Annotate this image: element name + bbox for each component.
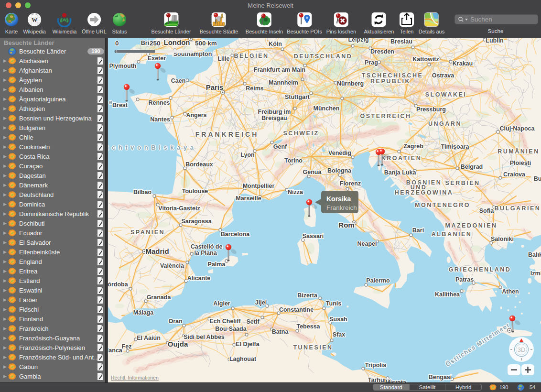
- svg-text:500 km: 500 km: [195, 40, 217, 47]
- svg-text:Algier: Algier: [213, 300, 230, 307]
- svg-text:München: München: [314, 105, 340, 112]
- svg-text:Tripolis: Tripolis: [365, 362, 387, 369]
- svg-text:Susah: Susah: [329, 316, 347, 323]
- svg-text:Genf: Genf: [273, 143, 287, 150]
- svg-text:Patras: Patras: [455, 276, 474, 283]
- svg-text:Exeter: Exeter: [148, 55, 166, 62]
- svg-text:250: 250: [150, 40, 161, 47]
- svg-text:Sidi bel Abbes: Sidi bel Abbes: [184, 334, 225, 340]
- svg-text:Lille: Lille: [217, 55, 229, 62]
- svg-text:Ech Cheliff: Ech Cheliff: [209, 318, 241, 325]
- svg-text:Nürnberg: Nürnberg: [337, 80, 364, 87]
- svg-text:DEUTSCHLAND: DEUTSCHLAND: [294, 53, 353, 60]
- svg-text:MAZEDONIEN: MAZEDONIEN: [445, 222, 497, 229]
- svg-text:Montpellier: Montpellier: [243, 183, 275, 189]
- svg-text:Frankreich: Frankreich: [326, 204, 357, 211]
- svg-text:Rom: Rom: [338, 221, 354, 229]
- svg-text:W: W: [32, 17, 37, 23]
- svg-text:Caen: Caen: [171, 77, 186, 84]
- svg-text:FRANKREICH: FRANKREICH: [195, 131, 259, 138]
- svg-text:Izmi: Izmi: [530, 270, 541, 277]
- svg-text:Venedig: Venedig: [328, 150, 351, 156]
- svg-text:El Djelfa: El Djelfa: [236, 341, 260, 348]
- svg-text:3D: 3D: [518, 346, 526, 353]
- svg-text:Neapel: Neapel: [357, 240, 377, 247]
- svg-text:Castelló de: Castelló de: [191, 243, 223, 250]
- svg-text:la Plana: la Plana: [194, 250, 217, 256]
- svg-text:Angers: Angers: [186, 112, 206, 119]
- svg-text:BULGARIEN: BULGARIEN: [495, 205, 541, 212]
- svg-text:Ploieşti: Ploieşti: [510, 160, 531, 166]
- svg-text:ALBANIEN: ALBANIEN: [432, 231, 472, 238]
- svg-text:Bu: Bu: [534, 175, 541, 182]
- svg-text:Florenz: Florenz: [340, 180, 361, 187]
- svg-text:Setif: Setif: [246, 318, 260, 325]
- svg-text:MONTENEGRO: MONTENEGRO: [415, 202, 470, 208]
- svg-text:Tebessa: Tebessa: [296, 323, 320, 330]
- svg-text:Barcelona: Barcelona: [221, 231, 250, 238]
- svg-text:Kattowitz: Kattowitz: [412, 56, 439, 63]
- svg-text:Marseille: Marseille: [236, 195, 261, 202]
- svg-text:Balık: Balık: [528, 251, 541, 258]
- svg-text:Saragossa: Saragossa: [181, 218, 212, 225]
- svg-text:Granada: Granada: [147, 294, 172, 301]
- svg-text:e: e: [109, 98, 113, 106]
- svg-text:UNGARN: UNGARN: [428, 120, 462, 127]
- svg-text:Athen: Athen: [502, 288, 519, 295]
- svg-text:Bengasi: Bengasi: [429, 374, 452, 381]
- svg-text:Brest: Brest: [112, 102, 128, 109]
- svg-text:Cluj-Napoca: Cluj-Napoca: [500, 125, 535, 132]
- svg-text:Nizza: Nizza: [288, 189, 303, 196]
- svg-text:Laghouat: Laghouat: [229, 356, 257, 362]
- svg-text:Nantes: Nantes: [150, 116, 170, 123]
- svg-text:Craiova: Craiova: [503, 171, 526, 178]
- svg-text:Stuttgart: Stuttgart: [285, 94, 310, 100]
- svg-text:Fez: Fez: [122, 343, 132, 350]
- svg-text:Lublin: Lublin: [486, 38, 504, 44]
- svg-text:Torino: Torino: [284, 157, 303, 164]
- svg-text:Rennes: Rennes: [148, 99, 170, 106]
- svg-text:Freiburg im: Freiburg im: [258, 109, 291, 115]
- svg-text:Málaga: Málaga: [133, 309, 154, 316]
- svg-text:SLOWAKEI: SLOWAKEI: [425, 91, 467, 98]
- svg-text:Misrata: Misrata: [385, 379, 407, 382]
- svg-text:Saloniki: Saloniki: [491, 236, 514, 242]
- svg-text:Leipzig: Leipzig: [348, 38, 368, 43]
- svg-text:Paris: Paris: [206, 83, 224, 91]
- svg-text:Madrid: Madrid: [145, 247, 169, 255]
- svg-text:Dresden: Dresden: [370, 48, 394, 55]
- svg-text:HERZEGOWINA: HERZEGOWINA: [395, 189, 454, 196]
- svg-text:Krakau: Krakau: [453, 60, 473, 67]
- svg-text:Córdoba: Córdoba: [108, 281, 129, 288]
- svg-text:Breslau: Breslau: [390, 38, 412, 45]
- svg-text:Mannheim: Mannheim: [269, 79, 298, 86]
- svg-text:Breisgau: Breisgau: [261, 115, 287, 121]
- svg-text:Tunis: Tunis: [326, 300, 341, 307]
- svg-text:REPUBLIK: REPUBLIK: [370, 78, 411, 85]
- svg-text:GRIECHENLAND: GRIECHENLAND: [449, 266, 511, 273]
- svg-text:BELGIEN: BELGIEN: [234, 53, 269, 59]
- svg-text:ÖSTERREICH: ÖSTERREICH: [360, 112, 411, 120]
- svg-text:El Aaiún: El Aaiún: [137, 335, 161, 341]
- svg-text:RUMÄNIEN: RUMÄNIEN: [498, 148, 539, 155]
- svg-text:Kallithea: Kallithea: [435, 291, 460, 298]
- svg-text:Plymouth: Plymouth: [109, 63, 137, 69]
- svg-text:Pressburg: Pressburg: [416, 106, 446, 113]
- svg-text:0: 0: [115, 40, 119, 47]
- svg-text:Bizerta: Bizerta: [297, 292, 318, 299]
- svg-text:Belgrad: Belgrad: [461, 163, 483, 170]
- svg-text:Alicante: Alicante: [187, 275, 211, 282]
- svg-text:SERBIEN: SERBIEN: [445, 180, 480, 186]
- svg-text:blanca: blanca: [108, 347, 123, 354]
- svg-text:Prag: Prag: [365, 59, 378, 66]
- svg-text:Palma: Palma: [208, 261, 226, 268]
- svg-text:London: London: [164, 38, 190, 46]
- svg-text:Timişoara: Timişoara: [441, 143, 470, 150]
- svg-text:Constantine: Constantine: [279, 306, 314, 313]
- svg-text:Köln: Köln: [269, 41, 282, 47]
- svg-text:Rechtl. Informationen: Rechtl. Informationen: [111, 375, 159, 381]
- svg-text:Bordeaux: Bordeaux: [185, 161, 213, 168]
- svg-text:Oran: Oran: [168, 318, 182, 325]
- svg-text:B u c h t v o n B i s k a: B u c h t v o n B i s k a y a: [108, 144, 195, 151]
- svg-text:Bilbao: Bilbao: [133, 189, 152, 196]
